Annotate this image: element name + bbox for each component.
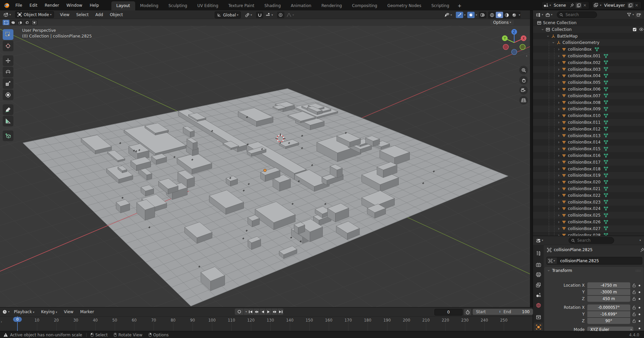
snap-toggle[interactable] [256, 12, 263, 18]
show-gizmo-toggle[interactable] [456, 12, 463, 18]
lock-open-icon[interactable] [632, 319, 636, 323]
collapse-sidebar-icon[interactable]: ‹ [526, 54, 527, 58]
frame-end-field[interactable]: End 100 [500, 309, 533, 315]
jump-to-start-button[interactable] [248, 308, 253, 315]
timeline-menu-keying[interactable]: Keying▾ [38, 309, 61, 314]
properties-tab-render[interactable] [534, 260, 543, 269]
pan-view-button[interactable] [519, 76, 528, 84]
outliner-row-collisionbox-004[interactable]: ›collisionBox.004 [533, 72, 644, 79]
disclosure-icon[interactable]: › [557, 173, 560, 178]
disclosure-icon[interactable]: › [557, 87, 560, 92]
gizmo-x-neg-axis[interactable] [503, 44, 508, 50]
overlays-dropdown[interactable]: ▾ [476, 14, 477, 16]
disclosure-icon[interactable]: › [557, 73, 560, 78]
outliner-row-collisionbox-012[interactable]: ›collisionBox.012 [533, 126, 644, 132]
gizmo-dropdown[interactable]: ▾ [464, 14, 466, 16]
menu-render[interactable]: Render [41, 3, 63, 8]
animate-dot-icon[interactable] [639, 320, 640, 322]
object-visibility-dropdown[interactable]: ▾ [442, 12, 454, 18]
workspace-tab-sculpting[interactable]: Sculpting [163, 1, 192, 10]
disclosure-icon[interactable]: › [557, 147, 560, 151]
add-workspace-button[interactable]: + [454, 2, 465, 10]
navigation-gizmo[interactable]: Z Y X [496, 26, 529, 63]
panel-grip-icon[interactable]: :::: [636, 269, 641, 272]
outliner-filter-dropdown[interactable]: ▾ [626, 12, 635, 18]
workspace-tab-uv-editing[interactable]: UV Editing [192, 1, 223, 10]
outliner-filter-id-dropdown[interactable]: ▾ [544, 12, 554, 18]
properties-tab-world[interactable] [534, 301, 543, 309]
viewlayer-selector[interactable]: ▾ ViewLayer ✕ [592, 1, 641, 9]
viewport-menu-view[interactable]: View [57, 12, 73, 17]
outliner-row-battlemap[interactable]: ›BattleMap [533, 33, 644, 40]
editor-type-button[interactable]: ▾ [1, 11, 13, 18]
select-mode-intersect-button[interactable] [31, 20, 38, 25]
xray-toggle[interactable] [479, 12, 486, 18]
animate-dot-icon[interactable] [639, 291, 640, 293]
workspace-tab-compositing[interactable]: Compositing [347, 1, 382, 10]
timeline-expand-icon[interactable]: › [1, 320, 2, 324]
animate-dot-icon[interactable] [639, 307, 640, 308]
disclosure-icon[interactable]: › [557, 233, 560, 236]
properties-tab-view-layer[interactable] [534, 281, 543, 289]
toggle-orthographic-button[interactable] [519, 96, 528, 105]
tool-annotate-button[interactable] [3, 104, 13, 115]
lock-open-icon[interactable] [632, 297, 636, 301]
disclosure-icon[interactable]: › [557, 200, 560, 205]
outliner-row-collisionbox-007[interactable]: ›collisionBox.007 [533, 93, 644, 99]
shading-solid-button[interactable] [496, 12, 503, 18]
outliner-row-collisionbox-023[interactable]: ›collisionBox.023 [533, 199, 644, 206]
properties-editor-type-button[interactable]: ▾ [535, 237, 544, 244]
gizmo-y-neg-axis[interactable] [520, 44, 525, 50]
viewlayer-name[interactable]: ViewLayer [601, 3, 628, 8]
properties-tab-output[interactable] [534, 270, 543, 279]
rotation-x-value[interactable]: -0.000057° [587, 304, 630, 311]
shading-wireframe-button[interactable] [488, 12, 496, 18]
properties-search[interactable] [569, 237, 614, 244]
disclosure-icon[interactable]: › [557, 160, 560, 165]
outliner-row-collisionbox-017[interactable]: ›collisionBox.017 [533, 159, 644, 166]
disclosure-icon[interactable]: › [557, 60, 560, 65]
shading-material-button[interactable] [503, 12, 511, 18]
rotation-y-value[interactable]: -16.699° [587, 311, 630, 317]
outliner-row-collisionbox-027[interactable]: ›collisionBox.027 [533, 225, 644, 232]
workspace-tab-layout[interactable]: Layout [111, 1, 135, 10]
outliner-display-mode-dropdown[interactable]: ▾ [535, 12, 544, 18]
outliner-row-collisionbox-006[interactable]: ›collisionBox.006 [533, 86, 644, 93]
disclosure-icon[interactable]: › [557, 133, 560, 138]
menu-help[interactable]: Help [86, 3, 102, 8]
menu-edit[interactable]: Edit [26, 3, 41, 8]
workspace-tab-modeling[interactable]: Modeling [135, 1, 164, 10]
disclosure-icon[interactable]: › [557, 226, 560, 231]
workspace-tab-scripting[interactable]: Scripting [426, 1, 454, 10]
outliner-search-input[interactable] [565, 12, 594, 17]
timeline-menu-playback[interactable]: Playback▾ [11, 309, 38, 314]
disclosure-icon[interactable]: › [557, 100, 560, 105]
next-keyframe-button[interactable] [272, 308, 277, 315]
gizmo-z-neg-axis[interactable] [512, 49, 517, 55]
disclosure-icon[interactable]: › [557, 107, 560, 111]
proportional-editing-toggle[interactable] [277, 12, 284, 18]
rotation-z-value[interactable]: 90° [587, 318, 630, 324]
disclosure-icon[interactable]: › [557, 180, 560, 184]
proportional-falloff-dropdown[interactable]: ▾ [284, 12, 296, 18]
camera-view-button[interactable] [519, 86, 528, 95]
select-mode-set-button[interactable] [3, 20, 9, 25]
outliner-row-collisionbox-018[interactable]: ›collisionBox.018 [533, 166, 644, 172]
new-viewlayer-icon[interactable] [628, 3, 634, 8]
new-scene-icon[interactable] [576, 3, 582, 8]
play-button[interactable] [266, 308, 271, 315]
timeline-editor-type-button[interactable]: ▾ [1, 309, 11, 315]
outliner-row-collisionbox-026[interactable]: ›collisionBox.026 [533, 219, 644, 225]
animate-dot-icon[interactable] [639, 314, 640, 315]
tool-cursor-button[interactable] [3, 41, 13, 51]
disclosure-icon[interactable]: › [551, 41, 556, 44]
workspace-tab-rendering[interactable]: Rendering [316, 1, 347, 10]
animate-dot-icon[interactable] [639, 298, 640, 300]
properties-options-dropdown[interactable]: ▾ [639, 239, 641, 242]
workspace-tab-animation[interactable]: Animation [286, 1, 316, 10]
disclosure-icon[interactable]: › [557, 67, 560, 72]
workspace-tab-texture-paint[interactable]: Texture Paint [223, 1, 259, 10]
outliner-row-collisionbox-001[interactable]: ›collisionBox.001 [533, 53, 644, 59]
disclosure-icon[interactable]: › [557, 127, 560, 131]
current-frame-field[interactable]: 0 [434, 309, 463, 316]
